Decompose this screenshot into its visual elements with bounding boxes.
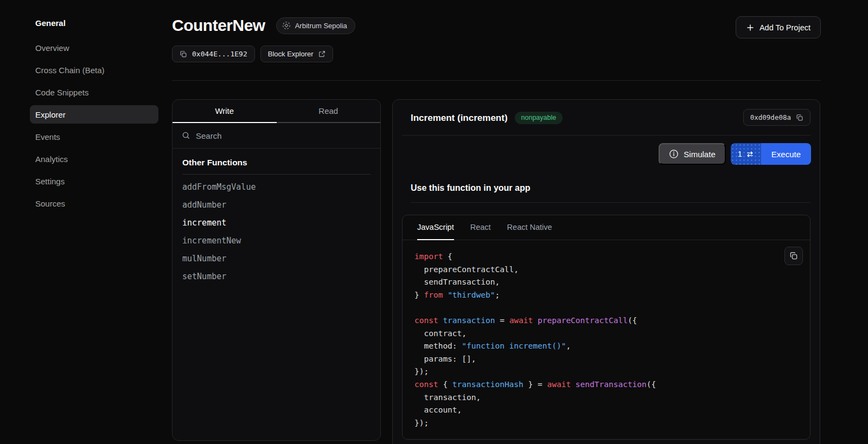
plus-icon — [746, 23, 755, 32]
transaction-queue-button[interactable]: 1 — [731, 143, 761, 165]
sidebar-item-sources[interactable]: Sources — [30, 194, 158, 213]
code-line: sendTransaction, — [414, 276, 798, 289]
sidebar: General OverviewCross Chain (Beta)Code S… — [30, 18, 158, 216]
code-line: }); — [414, 365, 798, 378]
network-badge-label: Arbitrum Sepolia — [295, 22, 347, 30]
sidebar-item-settings[interactable]: Settings — [30, 172, 158, 190]
search-icon — [182, 131, 190, 140]
copy-code-button[interactable] — [784, 247, 803, 265]
code-tab-react[interactable]: React — [470, 215, 491, 240]
execute-split-button: 1 Execute — [731, 143, 811, 165]
function-title: Increment (increment) — [411, 113, 508, 124]
sidebar-item-cross-chain-beta[interactable]: Cross Chain (Beta) — [30, 61, 158, 79]
functions-panel: WriteRead Other Functions addFromMsgValu… — [172, 99, 381, 441]
external-link-icon — [318, 50, 326, 57]
search-input[interactable] — [196, 131, 371, 140]
sidebar-nav: OverviewCross Chain (Beta)Code SnippetsE… — [30, 38, 158, 213]
functions-section-title: Other Functions — [182, 158, 371, 175]
app-window: General OverviewCross Chain (Beta)Code S… — [0, 0, 868, 444]
sidebar-item-code-snippets[interactable]: Code Snippets — [30, 83, 158, 101]
functions-list: addFromMsgValueaddNumberincrementincreme… — [182, 178, 371, 285]
functions-section: Other Functions addFromMsgValueaddNumber… — [173, 149, 380, 294]
code-line: transaction, — [414, 391, 798, 404]
code-line: prepareContractCall, — [414, 263, 798, 276]
code-tab-react-native[interactable]: React Native — [507, 215, 552, 240]
function-selector-copy-button[interactable]: 0xd09de08a — [743, 109, 810, 126]
add-to-project-label: Add To Project — [760, 23, 810, 32]
sidebar-item-overview[interactable]: Overview — [30, 38, 158, 57]
write-read-tabs: WriteRead — [173, 100, 380, 123]
block-explorer-button[interactable]: Block Explorer — [260, 46, 333, 62]
code-tab-javascript[interactable]: JavaScript — [417, 215, 454, 240]
function-item-mulnumber[interactable]: mulNumber — [182, 249, 371, 267]
function-item-incrementnew[interactable]: incrementNew — [182, 231, 371, 249]
code-line: const { transactionHash } = await sendTr… — [414, 378, 798, 391]
copy-icon — [796, 114, 803, 121]
function-selector: 0xd09de08a — [750, 113, 791, 121]
action-row: Simulate 1 Execute — [393, 136, 820, 172]
simulate-label: Simulate — [684, 150, 715, 159]
function-detail-panel: Increment (increment) nonpayable 0xd09de… — [392, 99, 820, 444]
function-item-increment[interactable]: increment — [182, 214, 371, 231]
code-line: contract, — [414, 327, 798, 340]
function-item-addnumber[interactable]: addNumber — [182, 196, 371, 214]
function-item-addfrommsgvalue[interactable]: addFromMsgValue — [182, 178, 371, 196]
code-panel: JavaScriptReactReact Native import { pre… — [402, 215, 810, 440]
sidebar-item-explorer[interactable]: Explorer — [30, 105, 158, 124]
mutability-badge: nonpayable — [515, 112, 563, 124]
function-detail-header: Increment (increment) nonpayable 0xd09de… — [393, 100, 820, 135]
code-line: } from "thirdweb"; — [414, 289, 798, 302]
page-title: CounterNew — [172, 16, 265, 35]
copy-icon — [789, 252, 798, 260]
contract-address: 0x044E...1E92 — [192, 50, 247, 58]
copy-icon — [180, 50, 187, 58]
sidebar-heading: General — [30, 18, 158, 28]
tab-read[interactable]: Read — [277, 100, 381, 123]
header-divider — [172, 80, 821, 81]
chain-icon — [282, 21, 291, 30]
function-item-setnumber[interactable]: setNumber — [182, 267, 371, 285]
code-line: const transaction = await prepareContrac… — [414, 314, 798, 327]
code-line: method: "function increment()", — [414, 340, 798, 353]
block-explorer-label: Block Explorer — [268, 50, 314, 58]
swap-arrows-icon — [746, 150, 754, 158]
contract-address-copy-button[interactable]: 0x044E...1E92 — [172, 46, 255, 62]
usage-heading: Use this function in your app — [411, 183, 810, 193]
network-badge[interactable]: Arbitrum Sepolia — [276, 17, 355, 34]
code-line: account, — [414, 404, 798, 417]
info-icon — [669, 149, 679, 159]
simulate-button[interactable]: Simulate — [659, 143, 725, 165]
function-search — [173, 123, 380, 149]
code-line — [414, 301, 798, 314]
execute-label: Execute — [771, 150, 801, 159]
add-to-project-button[interactable]: Add To Project — [736, 16, 821, 38]
tab-write[interactable]: Write — [173, 100, 277, 123]
sidebar-item-analytics[interactable]: Analytics — [30, 150, 158, 168]
code-line: }); — [414, 417, 798, 430]
code-block: import { prepareContractCall, sendTransa… — [414, 250, 798, 429]
code-body: import { prepareContractCall, sendTransa… — [403, 240, 810, 440]
sidebar-item-events[interactable]: Events — [30, 127, 158, 146]
queue-count-value: 1 — [738, 150, 742, 158]
execute-button[interactable]: Execute — [761, 143, 811, 165]
usage-divider — [411, 202, 810, 203]
code-line: import { — [414, 250, 798, 263]
code-line: params: [], — [414, 353, 798, 366]
code-language-tabs: JavaScriptReactReact Native — [403, 215, 810, 240]
